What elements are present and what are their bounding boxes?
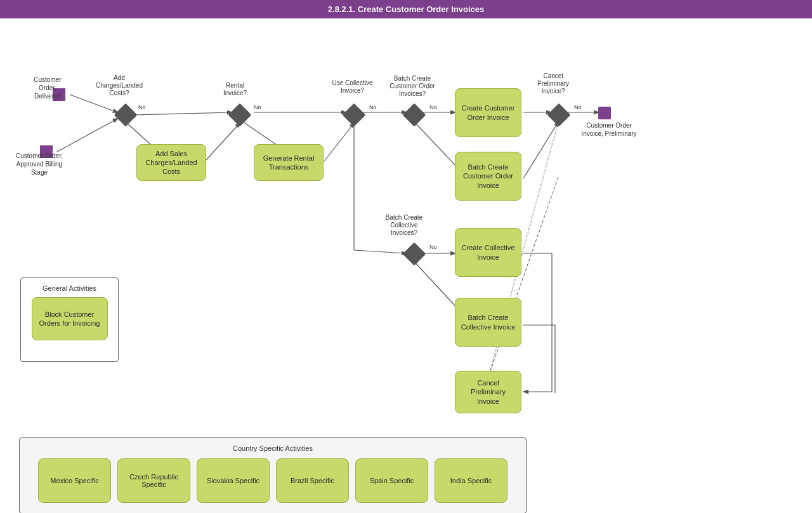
gateway-batch-collective-label: Batch Create Collective Invoices?: [379, 214, 429, 237]
create-collective-box: Create Collective Invoice: [455, 228, 521, 277]
gateway4-no-label: No: [429, 104, 437, 110]
gateway-collective: [343, 103, 366, 127]
country-specific-section: Country Specific Activities Mexico Speci…: [19, 437, 527, 513]
create-coi-box: Create Customer Order Invoice: [455, 88, 521, 137]
start1-label: Customer Order, Delivered: [25, 76, 70, 100]
country-slovakia: Slovakia Specific: [197, 458, 270, 503]
batch-create-coi-box: Batch Create Customer Order Invoice: [455, 152, 521, 201]
gateway-rental: [228, 103, 252, 127]
batch-create-collective-box: Batch Create Collective Invoice: [455, 298, 521, 347]
gateway-batch-collective: [403, 243, 426, 266]
block-customer-orders-box: Block Customer Orders for Invoicing: [32, 297, 108, 340]
gateway-add-charges-label: Add Charges/Landed Costs?: [94, 74, 145, 97]
gateway1-no-label: No: [138, 104, 146, 110]
general-activities-section: General Activities Block Customer Orders…: [20, 277, 119, 362]
svg-line-10: [414, 122, 459, 170]
gateway-collective-label: Use Collective Invoice?: [332, 79, 373, 95]
add-sales-charges-box: Add Sales Charges/Landed Costs: [136, 144, 206, 181]
start2-label: Customer Order, Approved Billing Stage: [14, 152, 65, 177]
country-section-title: Country Specific Activities: [26, 444, 520, 452]
svg-line-4: [205, 123, 240, 161]
country-czech: Czech Republic Specific: [117, 458, 190, 503]
svg-line-2: [133, 112, 232, 115]
svg-line-0: [70, 95, 117, 112]
gateway-cancel-prelim-label: Cancel Preliminary Invoice?: [528, 72, 579, 95]
country-spain: Spain Specific: [355, 458, 428, 503]
svg-line-12: [523, 122, 558, 178]
country-mexico: Mexico Specific: [38, 458, 111, 503]
svg-line-16: [414, 262, 459, 310]
generate-rental-box: Generate Rental Transactions: [254, 144, 324, 181]
gateway2-no-label: No: [254, 104, 261, 110]
gateway-cancel-prelim: [547, 103, 571, 127]
gateway-batch-coi: [403, 103, 426, 127]
country-brazil: Brazil Specific: [276, 458, 349, 503]
svg-line-14: [354, 250, 406, 253]
end-label: Customer Order Invoice, Preliminary: [580, 121, 638, 138]
gateway6-no-label: No: [574, 104, 582, 110]
country-boxes-container: Mexico Specific Czech Republic Specific …: [26, 458, 520, 503]
gateway-add-charges: [114, 103, 138, 127]
page-title: 2.8.2.1. Create Customer Order Invoices: [328, 4, 484, 14]
gateway3-no-label: No: [369, 104, 377, 110]
country-india: India Specific: [435, 458, 508, 503]
gateway-rental-label: Rental Invoice?: [214, 82, 256, 97]
gateway5-no-label: No: [429, 244, 437, 250]
general-activities-title: General Activities: [27, 284, 112, 292]
svg-line-1: [57, 119, 117, 152]
svg-line-7: [324, 123, 354, 161]
gateway-batch-coi-label: Batch Create Customer Order Invoices?: [387, 75, 438, 98]
title-bar: 2.8.2.1. Create Customer Order Invoices: [0, 0, 812, 18]
end-event: [598, 107, 611, 119]
cancel-prelim-box: Cancel Preliminary Invoice: [455, 371, 521, 413]
